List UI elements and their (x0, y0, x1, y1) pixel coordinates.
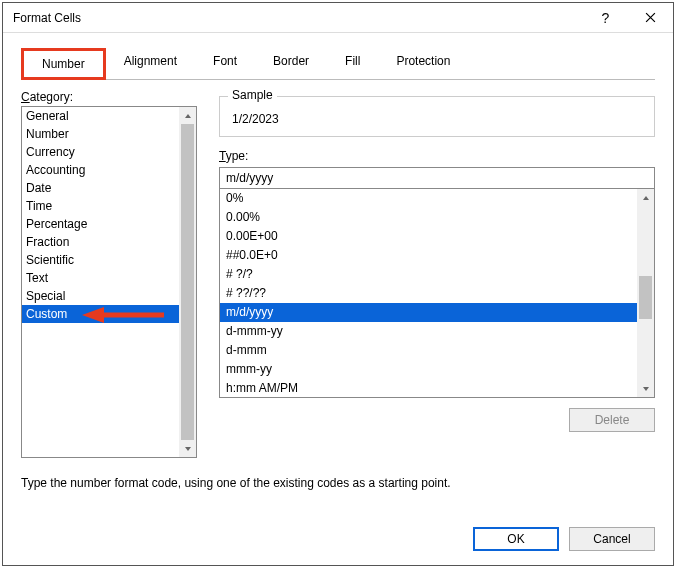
category-item[interactable]: Special (22, 287, 179, 305)
sample-box: Sample 1/2/2023 (219, 96, 655, 137)
tab-number[interactable]: Number (21, 48, 106, 80)
tab-border[interactable]: Border (255, 48, 327, 80)
category-item[interactable]: Custom (22, 305, 179, 323)
category-item[interactable]: Date (22, 179, 179, 197)
hint-text: Type the number format code, using one o… (21, 476, 655, 490)
close-button[interactable] (628, 3, 673, 33)
type-item[interactable]: 0.00E+00 (220, 227, 637, 246)
category-item[interactable]: Text (22, 269, 179, 287)
category-item[interactable]: Fraction (22, 233, 179, 251)
scroll-thumb[interactable] (181, 124, 194, 440)
help-button[interactable]: ? (583, 3, 628, 33)
tab-alignment[interactable]: Alignment (106, 48, 195, 80)
tab-fill[interactable]: Fill (327, 48, 378, 80)
category-item[interactable]: General (22, 107, 179, 125)
type-label: Type: (219, 149, 655, 163)
type-input[interactable] (219, 167, 655, 189)
cancel-button[interactable]: Cancel (569, 527, 655, 551)
tab-row: Number Alignment Font Border Fill Protec… (21, 47, 655, 80)
scroll-down-button[interactable] (179, 440, 196, 457)
type-item[interactable]: d-mmm-yy (220, 322, 637, 341)
dialog-footer: OK Cancel (3, 515, 673, 565)
close-icon (645, 12, 656, 23)
scroll-thumb[interactable] (639, 276, 652, 320)
type-item[interactable]: h:mm AM/PM (220, 379, 637, 397)
scroll-down-button[interactable] (637, 380, 654, 397)
type-item[interactable]: mmm-yy (220, 360, 637, 379)
window-title: Format Cells (13, 11, 81, 25)
category-item[interactable]: Accounting (22, 161, 179, 179)
category-scrollbar[interactable] (179, 107, 196, 457)
sample-label: Sample (228, 88, 277, 102)
title-bar: Format Cells ? (3, 3, 673, 33)
content-area: Category: GeneralNumberCurrencyAccountin… (3, 80, 673, 515)
sample-value: 1/2/2023 (230, 104, 644, 126)
type-item[interactable]: # ??/?? (220, 284, 637, 303)
type-item[interactable]: 0.00% (220, 208, 637, 227)
type-item[interactable]: ##0.0E+0 (220, 246, 637, 265)
type-scrollbar[interactable] (637, 189, 654, 397)
scroll-up-button[interactable] (637, 189, 654, 206)
delete-button[interactable]: Delete (569, 408, 655, 432)
tab-font[interactable]: Font (195, 48, 255, 80)
type-item[interactable]: # ?/? (220, 265, 637, 284)
category-item[interactable]: Scientific (22, 251, 179, 269)
category-item[interactable]: Currency (22, 143, 179, 161)
category-item[interactable]: Number (22, 125, 179, 143)
scroll-up-button[interactable] (179, 107, 196, 124)
ok-button[interactable]: OK (473, 527, 559, 551)
format-cells-dialog: Format Cells ? Number Alignment Font Bor… (2, 2, 674, 566)
type-item[interactable]: 0% (220, 189, 637, 208)
type-item[interactable]: d-mmm (220, 341, 637, 360)
type-list[interactable]: 0%0.00%0.00E+00##0.0E+0# ?/?# ??/??m/d/y… (219, 189, 655, 398)
category-item[interactable]: Time (22, 197, 179, 215)
type-item[interactable]: m/d/yyyy (220, 303, 637, 322)
category-list[interactable]: GeneralNumberCurrencyAccountingDateTimeP… (21, 106, 197, 458)
tab-protection[interactable]: Protection (378, 48, 468, 80)
category-label: Category: (21, 90, 197, 104)
annotation-arrow-icon (82, 307, 164, 323)
category-item[interactable]: Percentage (22, 215, 179, 233)
